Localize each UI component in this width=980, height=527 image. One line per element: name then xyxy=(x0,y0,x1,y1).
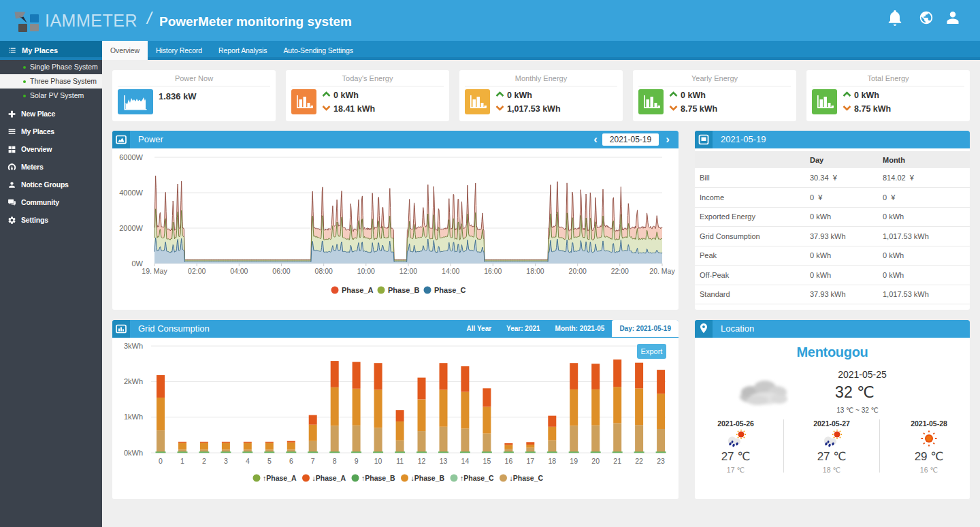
svg-text:20: 20 xyxy=(591,457,600,465)
svg-text:15: 15 xyxy=(483,457,491,465)
svg-text:2000W: 2000W xyxy=(119,224,143,232)
svg-text:Phase_B: Phase_B xyxy=(388,286,420,294)
svg-text:5: 5 xyxy=(267,457,272,465)
svg-text:17: 17 xyxy=(526,457,534,465)
svg-text:Phase_C: Phase_C xyxy=(434,286,466,294)
svg-text:↑Phase_A: ↑Phase_A xyxy=(263,474,297,482)
svg-text:14: 14 xyxy=(461,457,470,465)
svg-text:0W: 0W xyxy=(132,259,144,268)
svg-text:0kWh: 0kWh xyxy=(124,449,143,457)
svg-text:1kWh: 1kWh xyxy=(124,413,143,421)
svg-text:3kWh: 3kWh xyxy=(124,342,143,350)
svg-text:↓Phase_C: ↓Phase_C xyxy=(510,474,544,482)
svg-text:↓Phase_B: ↓Phase_B xyxy=(411,474,445,482)
svg-text:6: 6 xyxy=(289,457,293,465)
svg-text:6000W: 6000W xyxy=(119,153,143,161)
svg-text:↓Phase_A: ↓Phase_A xyxy=(312,474,346,482)
svg-text:12: 12 xyxy=(418,457,426,465)
svg-text:19. May: 19. May xyxy=(142,267,167,275)
svg-text:22: 22 xyxy=(635,457,643,465)
svg-text:20. May: 20. May xyxy=(649,267,675,275)
svg-text:0: 0 xyxy=(159,457,163,465)
svg-text:7: 7 xyxy=(311,457,315,465)
svg-text:16: 16 xyxy=(505,457,513,465)
svg-text:Phase_A: Phase_A xyxy=(342,286,374,294)
svg-text:06:00: 06:00 xyxy=(272,267,290,275)
svg-text:10:00: 10:00 xyxy=(357,267,375,275)
svg-text:9: 9 xyxy=(355,457,359,465)
svg-text:16:00: 16:00 xyxy=(484,267,502,275)
svg-text:02:00: 02:00 xyxy=(188,267,206,275)
svg-text:04:00: 04:00 xyxy=(230,267,248,275)
svg-text:2kWh: 2kWh xyxy=(124,377,143,385)
svg-text:4: 4 xyxy=(246,457,250,465)
svg-text:11: 11 xyxy=(396,457,404,465)
svg-text:20:00: 20:00 xyxy=(569,267,587,275)
svg-text:1: 1 xyxy=(180,457,184,465)
svg-text:08:00: 08:00 xyxy=(315,267,333,275)
svg-text:10: 10 xyxy=(374,457,382,465)
svg-text:8: 8 xyxy=(333,457,337,465)
svg-text:21: 21 xyxy=(613,457,621,465)
svg-text:2: 2 xyxy=(202,457,206,465)
svg-text:↑Phase_B: ↑Phase_B xyxy=(361,474,395,482)
svg-text:18: 18 xyxy=(548,457,556,465)
svg-text:18:00: 18:00 xyxy=(526,267,544,275)
svg-text:22:00: 22:00 xyxy=(611,267,629,275)
svg-text:12:00: 12:00 xyxy=(399,267,417,275)
svg-text:↑Phase_C: ↑Phase_C xyxy=(460,474,494,482)
svg-text:4000W: 4000W xyxy=(119,189,143,197)
svg-text:3: 3 xyxy=(224,457,228,465)
svg-text:14:00: 14:00 xyxy=(442,267,459,275)
svg-text:23: 23 xyxy=(657,457,665,465)
svg-text:19: 19 xyxy=(570,457,578,465)
svg-text:13: 13 xyxy=(440,457,448,465)
